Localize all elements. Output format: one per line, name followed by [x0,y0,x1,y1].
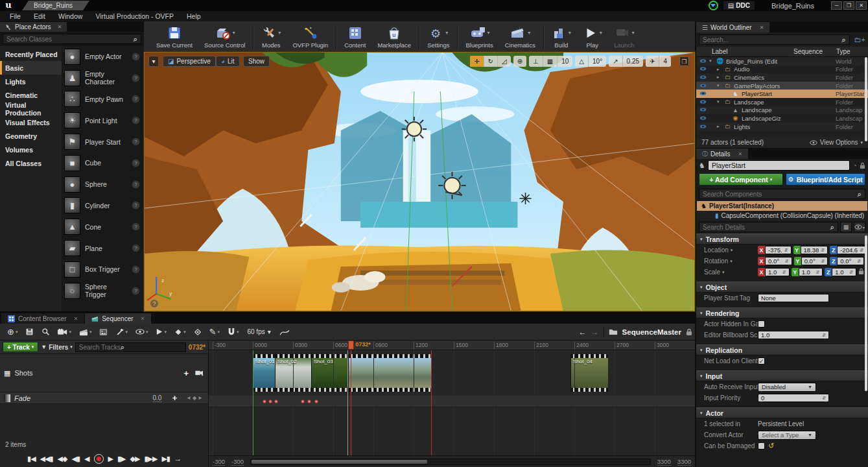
add-shot-button[interactable]: + [183,368,189,378]
class-info-icon[interactable]: ? [132,201,140,210]
close-icon[interactable]: ✕ [58,24,62,30]
property-label[interactable]: Scale ▾ [704,269,758,276]
place-item-empty-pawn[interactable]: ∴Empty Pawn? [62,89,144,110]
ovfp-plugin-button[interactable]: ✦✦OVFP Plugin [287,24,334,50]
property-label[interactable]: Rotation ▾ [704,257,758,265]
blueprints-button[interactable]: ▾Blueprints [460,24,499,50]
value-spinner[interactable]: ⇵ [782,248,788,253]
tab-place-actors[interactable]: Place Actors✕ [0,22,67,32]
fade-keyframe[interactable] [274,400,278,403]
class-info-icon[interactable]: ? [132,265,140,274]
view-range-end[interactable]: 3300 [677,458,691,466]
visibility-eye-icon[interactable] [696,123,709,130]
add-fade-key-button[interactable]: + [172,393,177,403]
minimize-button[interactable]: ─ [831,1,842,10]
timeline-scrollbar[interactable] [250,459,651,465]
class-info-icon[interactable]: ? [132,116,140,125]
curve-editor-icon[interactable] [276,324,293,340]
view-options-button[interactable]: View Options▾ [810,139,863,146]
fps-dropdown[interactable]: 60 fps▾ [243,328,274,335]
play-button[interactable]: ▶ [108,455,113,463]
cinematics-button[interactable]: ▾Cinematics [499,24,541,50]
class-info-icon[interactable]: ? [132,180,140,189]
world-coordinate-button[interactable]: ⊕ [513,56,526,67]
net-load-checkbox[interactable]: ✓ [758,357,765,365]
expander-icon[interactable]: ▸ [717,124,723,129]
add-component-button[interactable]: + Add Component▾ [699,173,783,186]
view-options-eye-icon[interactable]: ▾ [132,324,152,340]
location-x-field[interactable]: X-375.⇵ [758,246,792,254]
dropdown-caret-icon[interactable]: ▾ [278,30,281,36]
close-button[interactable]: ✕ [856,1,867,10]
grid-snap-button[interactable]: ▦ [543,56,557,67]
expander-icon[interactable]: ▸ [717,67,723,72]
content-button[interactable]: Content [338,24,371,50]
scale-snap-value[interactable]: 0.25 [622,56,643,67]
menu-help[interactable]: Help [181,12,207,21]
search-classes-input[interactable]: Search Classes⌕ [3,34,141,44]
rotation-y-field[interactable]: Y0.0°⇵ [794,257,828,265]
render-movie-icon[interactable]: ▾ [76,324,95,340]
class-info-icon[interactable]: ? [132,138,140,146]
class-info-icon[interactable]: ? [132,287,140,295]
sequence-breadcrumb[interactable]: SequenceMaster [609,328,692,336]
key-nav-arrows[interactable]: ◄◆► [186,395,204,401]
search-details-input[interactable]: Search Details⌕ [699,222,838,232]
expander-icon[interactable]: ▾ [709,58,716,64]
actor-name-input[interactable]: PlayerStart [708,160,850,171]
reset-to-default-icon[interactable]: ↺ [768,442,774,450]
scale-x-field[interactable]: X1.0⇵ [758,268,790,276]
shot-clip-shot_03[interactable]: Shot_03 [311,354,348,392]
display-filter-eye-icon[interactable]: ▾ [854,222,865,232]
translate-tool-button[interactable]: ✛ [470,56,483,67]
level-viewport[interactable]: zyx ▾ ◪ Perspective ◕ Lit [144,52,695,311]
next-shot-button[interactable]: ▮▶▶ [144,455,157,463]
close-icon[interactable]: ✕ [73,316,78,322]
search-components-input[interactable]: Search Components⌕ [699,189,865,199]
player-start-tag-field[interactable]: None [758,294,829,302]
prev-key-button[interactable]: ◀◆ [58,455,67,463]
class-info-icon[interactable]: ? [132,159,140,167]
category-basic[interactable]: Basic [0,61,62,75]
reset-name-icon[interactable]: ◔ [852,162,857,169]
location-y-field[interactable]: Y18.38⇵ [793,246,828,254]
dropdown-caret-icon[interactable]: ▾ [632,30,635,36]
scale-y-field[interactable]: Y1.0⇵ [792,268,823,276]
class-info-icon[interactable]: ? [132,222,140,231]
outliner-row-lights[interactable]: ▸🗀LightsFolder [696,123,868,131]
place-item-box-trigger[interactable]: □Box Trigger? [62,259,144,280]
outliner-row-cinematics[interactable]: ▸🗀CinematicsFolder [696,73,868,82]
next-frame-button[interactable]: ▮▶ [117,455,126,463]
outliner-row-gameplayactors[interactable]: ▾🗀GamePlayActorsFolder [696,82,868,90]
snap-magnet-icon[interactable]: ▾ [224,324,242,340]
place-item-player-start[interactable]: ⚑Player Start? [62,131,144,152]
outliner-row-playerstart[interactable]: ♞PlayerStartPlayerStar [696,90,868,98]
prev-shot-button[interactable]: ◀◀▮ [40,455,53,463]
place-item-cone[interactable]: ▲Cone? [62,216,144,237]
timeline-ruler[interactable]: -300000003000600090012001500180021002400… [209,341,695,350]
history-forward-button[interactable]: → [591,328,599,337]
maximize-viewport-button[interactable]: ❐ [679,56,689,66]
class-info-icon[interactable]: ? [132,244,140,252]
camera-speed-value[interactable]: 4 [659,56,671,67]
section-input[interactable]: ▾Input [696,370,868,381]
rotation-snap-value[interactable]: 10° [588,56,606,67]
shot-clip-shot_01[interactable]: Shot_01 [253,354,275,392]
place-item-empty-character[interactable]: ♟Empty Character? [62,67,144,89]
grid-snap-value[interactable]: 10 [557,56,572,67]
rotation-x-field[interactable]: X0.0°⇵ [758,257,792,265]
next-key-button[interactable]: ◆▶ [130,455,139,463]
lock-icon[interactable] [686,328,692,336]
place-item-sphere-trigger[interactable]: ○Sphere Trigger? [62,280,144,302]
track-fade[interactable]: Fade 0.0 + ◄◆► [0,392,208,404]
dropdown-caret-icon[interactable]: ▾ [445,30,448,36]
class-info-icon[interactable]: ? [132,53,140,61]
playhead-marker[interactable] [348,341,354,350]
show-button[interactable]: Show [243,56,270,67]
section-object[interactable]: ▾Object [696,281,868,293]
details-scrollbar[interactable] [865,235,867,391]
place-item-cube[interactable]: ■Cube? [62,152,144,174]
shot-clip-untitled[interactable] [348,354,431,392]
expander-icon[interactable]: ▸ [717,75,723,80]
modes-button[interactable]: ▾Modes [255,24,287,50]
